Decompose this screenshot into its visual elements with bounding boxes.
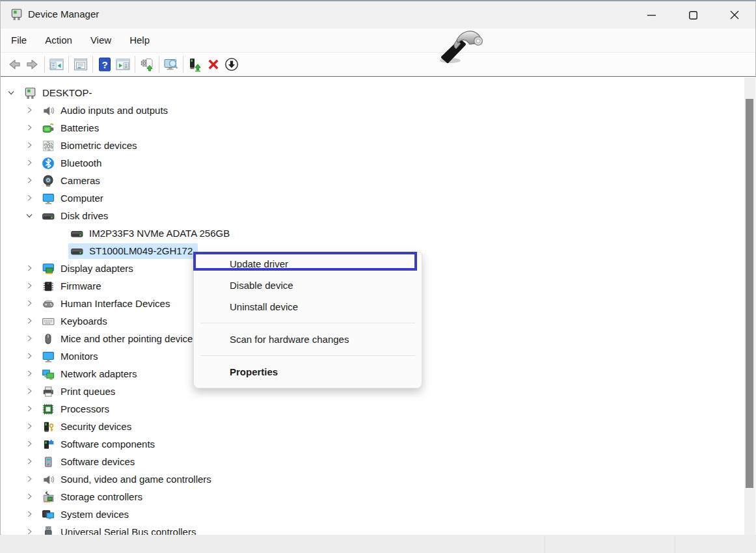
chevron-right-icon[interactable] — [25, 334, 35, 344]
context-menu-item-scan-for-hardware-changes[interactable]: Scan for hardware changes — [194, 329, 422, 350]
chevron-right-icon — [25, 439, 35, 450]
tree-item-label: Sound, video and game controllers — [61, 474, 211, 485]
tree-item[interactable]: Bluetooth — [25, 154, 742, 172]
chevron-right-icon — [25, 123, 35, 133]
tree-item[interactable]: Audio inputs and outputs — [25, 101, 742, 119]
uninstall-device-button[interactable] — [204, 55, 223, 74]
tree-item[interactable]: Biometric devices — [25, 137, 742, 154]
disable-down-arrow-icon — [224, 57, 239, 72]
vertical-scrollbar[interactable] — [744, 77, 755, 535]
properties-button[interactable] — [72, 55, 90, 74]
tree-item-label: Display adapters — [61, 263, 133, 274]
toolbar-separator — [92, 56, 93, 73]
context-menu-item-update-driver[interactable]: Update driver — [194, 253, 422, 275]
search-computer-button[interactable] — [162, 55, 180, 74]
menu-help[interactable]: Help — [120, 29, 159, 52]
forward-button[interactable] — [23, 55, 42, 74]
chevron-right-icon[interactable] — [25, 299, 35, 309]
tree-item-label: Print queues — [61, 386, 115, 397]
show-console-tree-button[interactable] — [47, 55, 66, 74]
chevron-right-icon — [25, 509, 35, 520]
maximize-button[interactable] — [672, 1, 714, 29]
tree-item[interactable]: Software devices — [25, 453, 742, 470]
chevron-down-icon[interactable] — [7, 88, 17, 98]
chevron-right-icon[interactable] — [25, 527, 35, 535]
chevron-right-icon[interactable] — [25, 369, 35, 379]
tree-item-label: Network adapters — [61, 368, 137, 379]
chevron-down-icon[interactable] — [25, 211, 35, 221]
chevron-right-icon[interactable] — [25, 509, 35, 520]
chevron-right-icon — [25, 351, 35, 362]
taskbar-strip — [0, 535, 756, 553]
titlebar: Device Manager — [1, 1, 755, 29]
tree-item-label: Bluetooth — [61, 157, 101, 169]
chevron-right-icon[interactable] — [25, 422, 35, 432]
computer-search-icon — [163, 57, 179, 72]
tree-item[interactable]: Sound, video and game controllers — [25, 470, 742, 488]
speaker-icon — [42, 104, 55, 117]
tree-item-label: Batteries — [61, 122, 99, 133]
tree-item[interactable]: DESKTOP- — [7, 84, 742, 101]
chevron-right-icon[interactable] — [25, 386, 35, 397]
tree-item[interactable]: Cameras — [25, 172, 742, 189]
tree-item[interactable]: Processors — [25, 400, 742, 418]
tree-item[interactable]: Security devices — [25, 418, 742, 435]
tree-item[interactable]: System devices — [25, 506, 742, 523]
tree-item[interactable]: Computer — [25, 189, 742, 207]
chevron-right-icon — [25, 281, 35, 291]
menu-file[interactable]: File — [2, 29, 36, 52]
update-driver-icon — [187, 57, 203, 72]
monitor-icon — [42, 192, 55, 205]
tree-item[interactable]: Software components — [25, 435, 742, 453]
chevron-right-icon[interactable] — [25, 105, 35, 116]
tree-item-label: Keyboards — [61, 316, 107, 327]
minimize-button[interactable] — [630, 1, 672, 29]
chevron-right-icon[interactable] — [25, 351, 35, 362]
chevron-right-icon[interactable] — [25, 193, 35, 204]
close-button[interactable] — [714, 1, 755, 29]
context-menu-item-disable-device[interactable]: Disable device — [194, 275, 422, 296]
chevron-right-icon[interactable] — [25, 281, 35, 291]
help-button[interactable]: ? — [96, 55, 114, 74]
menu-action[interactable]: Action — [36, 29, 81, 52]
context-menu-item-properties[interactable]: Properties — [194, 361, 422, 383]
window-title: Device Manager — [28, 8, 99, 20]
tree-item-label: DESKTOP- — [42, 87, 92, 98]
scan-hardware-icon — [139, 57, 155, 72]
tree-item-label: Cameras — [61, 175, 100, 186]
chevron-right-icon[interactable] — [25, 457, 35, 467]
context-menu-item-uninstall-device[interactable]: Uninstall device — [194, 296, 422, 317]
context-menu-separator — [200, 355, 415, 356]
update-driver-button[interactable] — [186, 55, 204, 74]
tree-item[interactable]: Universal Serial Bus controllers — [25, 523, 742, 535]
chevron-right-icon[interactable] — [25, 492, 35, 502]
gamepad-icon — [42, 297, 55, 310]
monitor-icon — [42, 350, 55, 363]
taskbar-divider — [545, 536, 545, 553]
chevron-down-icon — [25, 211, 35, 221]
chevron-right-icon[interactable] — [25, 141, 35, 151]
scan-hardware-changes-button[interactable] — [138, 55, 156, 74]
firmware-chip-icon — [42, 280, 55, 293]
tree-item[interactable]: Batteries — [25, 119, 742, 137]
printer-icon — [42, 385, 55, 398]
chevron-right-icon[interactable] — [25, 176, 35, 186]
chevron-right-icon[interactable] — [25, 158, 35, 169]
tree-item-label: ST1000LM049-2GH172 — [89, 245, 193, 256]
show-action-pane-button[interactable] — [114, 55, 132, 74]
chevron-right-icon[interactable] — [25, 123, 35, 133]
tree-item[interactable]: IM2P33F3 NVMe ADATA 256GB — [70, 224, 742, 242]
chevron-right-icon[interactable] — [25, 404, 35, 414]
disable-device-button[interactable] — [223, 55, 241, 74]
tree-item[interactable]: Disk drives — [25, 207, 742, 224]
chevron-right-icon[interactable] — [25, 439, 35, 450]
tree-item[interactable]: Storage controllers — [25, 488, 742, 506]
back-button[interactable] — [5, 55, 23, 74]
device-manager-app-icon — [10, 8, 23, 23]
chevron-right-icon[interactable] — [25, 474, 35, 485]
tree-item-label: System devices — [61, 509, 129, 520]
chevron-right-icon[interactable] — [25, 263, 35, 274]
scrollbar-thumb[interactable] — [746, 99, 753, 488]
menu-view[interactable]: View — [81, 29, 120, 52]
chevron-right-icon[interactable] — [25, 316, 35, 327]
